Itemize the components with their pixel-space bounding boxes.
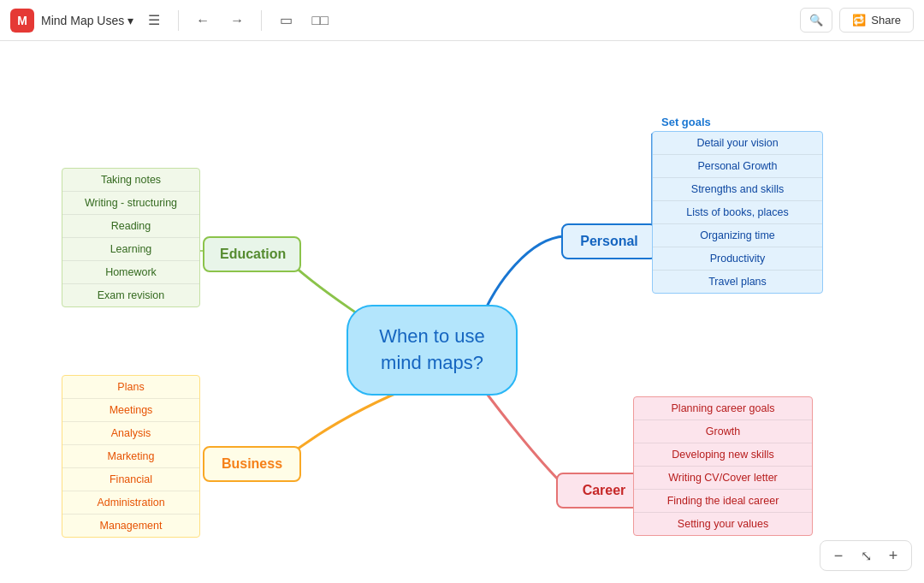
biz-leaf-7[interactable]: Management — [62, 515, 199, 537]
edu-leaf-2[interactable]: Writing - structuring — [62, 192, 199, 215]
edu-leaf-4[interactable]: Learning — [62, 238, 199, 261]
set-goals-label[interactable]: Set goals — [661, 116, 711, 128]
biz-leaf-6[interactable]: Administration — [62, 491, 199, 515]
zoom-out-button[interactable]: − — [827, 544, 850, 567]
divider-1 — [178, 10, 179, 31]
education-node[interactable]: Education — [203, 236, 301, 272]
personal-leaf-7[interactable]: Travel plans — [653, 271, 822, 293]
edu-leaf-6[interactable]: Exam revision — [62, 284, 199, 306]
biz-leaf-1[interactable]: Plans — [62, 376, 199, 399]
document-title[interactable]: Mind Map Uses ▾ — [41, 14, 133, 27]
personal-leaf-3[interactable]: Strengths and skills — [653, 178, 822, 201]
zoom-reset-button[interactable]: ⤡ — [855, 544, 877, 567]
divider-2 — [261, 10, 262, 31]
search-button[interactable]: 🔍 — [800, 8, 832, 33]
personal-leaves: Detail your vision Personal Growth Stren… — [652, 131, 823, 294]
edu-leaf-3[interactable]: Reading — [62, 215, 199, 238]
biz-leaf-3[interactable]: Analysis — [62, 422, 199, 445]
frame-button[interactable]: ▭ — [272, 7, 299, 34]
biz-leaf-4[interactable]: Marketing — [62, 445, 199, 468]
copy-button[interactable]: □□ — [306, 7, 334, 34]
personal-leaf-4[interactable]: Lists of books, places — [653, 201, 822, 224]
edu-leaf-5[interactable]: Homework — [62, 261, 199, 284]
career-leaf-6[interactable]: Setting your values — [634, 513, 812, 535]
search-icon: 🔍 — [809, 14, 823, 27]
undo-button[interactable]: ← — [189, 7, 216, 34]
career-leaves: Planning career goals Growth Developing … — [633, 396, 813, 536]
career-leaf-4[interactable]: Writing CV/Cover letter — [634, 467, 812, 490]
menu-button[interactable]: ☰ — [140, 7, 168, 34]
business-leaves: Plans Meetings Analysis Marketing Financ… — [62, 375, 200, 538]
career-leaf-2[interactable]: Growth — [634, 420, 812, 443]
personal-leaf-2[interactable]: Personal Growth — [653, 155, 822, 178]
toolbar: M Mind Map Uses ▾ ☰ ← → ▭ □□ 🔍 🔁 Share — [0, 0, 924, 41]
career-leaf-5[interactable]: Finding the ideal career — [634, 490, 812, 513]
career-leaf-1[interactable]: Planning career goals — [634, 397, 812, 420]
biz-leaf-2[interactable]: Meetings — [62, 399, 199, 422]
edu-leaf-1[interactable]: Taking notes — [62, 169, 199, 192]
app-logo: M — [10, 9, 34, 33]
canvas[interactable]: Education Taking notes Writing - structu… — [0, 41, 924, 583]
share-icon: 🔁 — [852, 14, 866, 27]
toolbar-right: 🔍 🔁 Share — [800, 8, 914, 33]
personal-leaf-1[interactable]: Detail your vision — [653, 132, 822, 155]
biz-leaf-5[interactable]: Financial — [62, 468, 199, 491]
personal-node[interactable]: Personal — [561, 223, 657, 259]
personal-leaf-6[interactable]: Productivity — [653, 247, 822, 271]
redo-button[interactable]: → — [223, 7, 251, 34]
education-leaves: Taking notes Writing - structuring Readi… — [62, 168, 200, 307]
business-node[interactable]: Business — [203, 446, 301, 482]
career-leaf-3[interactable]: Developing new skills — [634, 443, 812, 467]
personal-leaf-5[interactable]: Organizing time — [653, 224, 822, 247]
central-node[interactable]: When to use mind maps? — [346, 305, 518, 396]
zoom-controls: − ⤡ + — [820, 540, 912, 571]
share-button[interactable]: 🔁 Share — [839, 8, 914, 33]
zoom-in-button[interactable]: + — [882, 544, 904, 567]
